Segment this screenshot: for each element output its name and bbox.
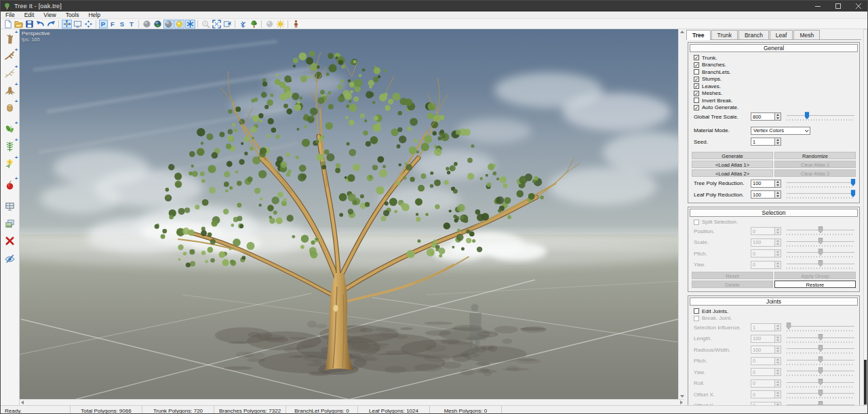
tab-leaf[interactable]: Leaf [770, 30, 793, 40]
close-button[interactable] [848, 1, 868, 12]
spin-up-icon [776, 181, 779, 183]
slider [787, 249, 854, 258]
tab-tree[interactable]: Tree [686, 30, 711, 40]
checkbox[interactable]: ✓ [694, 62, 699, 68]
add-branchlet-button[interactable]: + [2, 65, 18, 81]
slider[interactable] [787, 112, 854, 121]
shading-flat-button[interactable] [142, 20, 152, 28]
undo-button[interactable] [35, 20, 45, 28]
add-mesh-button[interactable] [2, 199, 18, 215]
checkbox [694, 220, 699, 225]
tree-preview-button[interactable] [249, 20, 259, 28]
shading-material-button[interactable] [153, 20, 163, 28]
slider[interactable] [787, 190, 854, 199]
menu-tools[interactable]: Tools [61, 12, 84, 19]
add-plus-badge: + [15, 47, 18, 53]
panel-scrollbar-thumb[interactable] [864, 360, 867, 405]
add-branch-button[interactable]: + [2, 48, 18, 64]
scroll-left-icon[interactable] [21, 400, 24, 405]
button-randomize[interactable]: Randomize [774, 152, 856, 159]
checkbox [694, 316, 699, 321]
checkbox[interactable]: ✓ [694, 77, 699, 82]
tab-trunk[interactable]: Trunk [711, 30, 738, 40]
navigate-tool-button[interactable] [83, 20, 94, 28]
ambient-light-button[interactable] [264, 20, 275, 28]
sun-icon [276, 20, 285, 28]
shading-shaded-button[interactable] [163, 20, 174, 28]
add-leaves-button[interactable]: + [2, 121, 18, 138]
status-segment-4: BranchLet Polygons: 0 [286, 406, 358, 414]
fit-view-button[interactable] [212, 20, 222, 28]
move-tool-button[interactable] [62, 20, 72, 28]
view-top-button[interactable]: T [127, 20, 136, 28]
tab-mesh[interactable]: Mesh [793, 30, 820, 40]
scroll-right-icon[interactable] [680, 400, 683, 405]
maximize-button[interactable] [828, 1, 848, 12]
button-load-atlas-2[interactable]: <Load Atlas 2> [692, 169, 773, 177]
view-perspective-button[interactable]: P [99, 20, 108, 28]
view-side-button[interactable]: S [118, 20, 127, 28]
viewport-vertical-scrollbar[interactable] [678, 29, 684, 399]
checkbox[interactable]: ✓ [694, 83, 699, 89]
slider-thumb[interactable] [851, 179, 856, 186]
lighting-toggle-button[interactable] [174, 20, 184, 28]
spinner-buttons[interactable] [775, 112, 781, 121]
toolbar-separator [261, 20, 262, 28]
save-icon [25, 20, 34, 28]
button-generate[interactable]: Generate [692, 152, 773, 159]
add-trunk-button[interactable]: + [2, 30, 18, 47]
spinner-buttons[interactable] [775, 138, 781, 146]
redo-button[interactable] [46, 20, 56, 28]
add-log-button[interactable]: + [2, 100, 18, 116]
sun-light-button[interactable] [275, 20, 285, 28]
button-load-atlas-1[interactable]: <Load Atlas 1> [692, 161, 773, 168]
tab-branch[interactable]: Branch [738, 30, 769, 40]
menu-view[interactable]: View [39, 12, 60, 19]
hide-selection-button[interactable] [2, 250, 18, 266]
viewport-window-button[interactable] [73, 20, 83, 28]
viewport-horizontal-scrollbar[interactable] [20, 399, 684, 405]
new-file-button[interactable] [3, 20, 13, 28]
value-input[interactable] [751, 138, 775, 146]
checkbox[interactable]: ✓ [694, 91, 699, 96]
spin-down-icon [776, 339, 779, 341]
delete-selection-button[interactable] [2, 233, 18, 249]
scale-figure-button[interactable] [291, 20, 301, 28]
minimize-button[interactable] [808, 1, 828, 12]
wind-toggle-button[interactable] [185, 20, 195, 28]
menu-help[interactable]: Help [83, 12, 104, 19]
copy-image-button[interactable] [2, 215, 18, 232]
value-input[interactable] [751, 112, 775, 121]
spinner-buttons[interactable] [775, 190, 781, 199]
add-stump-button[interactable]: + [2, 83, 18, 99]
add-fruit-button[interactable]: + [2, 177, 18, 193]
add-plus-badge: + [15, 30, 18, 35]
menu-edit[interactable]: Edit [20, 12, 39, 19]
exportwin-icon [223, 20, 232, 28]
checkbox[interactable] [694, 308, 699, 314]
button-restore[interactable]: Restore [774, 281, 856, 288]
value-input[interactable] [751, 190, 775, 199]
checkbox[interactable] [694, 98, 699, 103]
slider-thumb[interactable] [851, 190, 856, 197]
slider[interactable] [787, 179, 854, 188]
viewport-overlay: Perspective fps: 165 [22, 30, 50, 43]
tree-skeleton-button[interactable] [238, 20, 248, 28]
add-fern-button[interactable]: + [2, 138, 18, 154]
panel-scrollbar[interactable] [863, 29, 867, 405]
spinner-buttons[interactable] [775, 180, 781, 188]
checkbox[interactable]: ✓ [694, 105, 699, 110]
view-front-button[interactable]: F [108, 20, 117, 28]
material-mode-select[interactable]: Vertex Colors [751, 127, 810, 135]
value-input[interactable] [751, 180, 775, 188]
save-file-button[interactable] [24, 20, 35, 28]
slider-thumb[interactable] [805, 112, 810, 119]
add-flower-button[interactable]: + [2, 156, 18, 172]
checkbox[interactable]: ✓ [694, 55, 699, 60]
menu-file[interactable]: File [1, 12, 20, 19]
open-file-button[interactable] [14, 20, 24, 28]
3d-viewport[interactable]: Perspective fps: 165 [20, 29, 678, 399]
checkbox[interactable] [694, 69, 699, 75]
slider-thumb [818, 334, 823, 341]
export-view-button[interactable] [222, 20, 233, 28]
